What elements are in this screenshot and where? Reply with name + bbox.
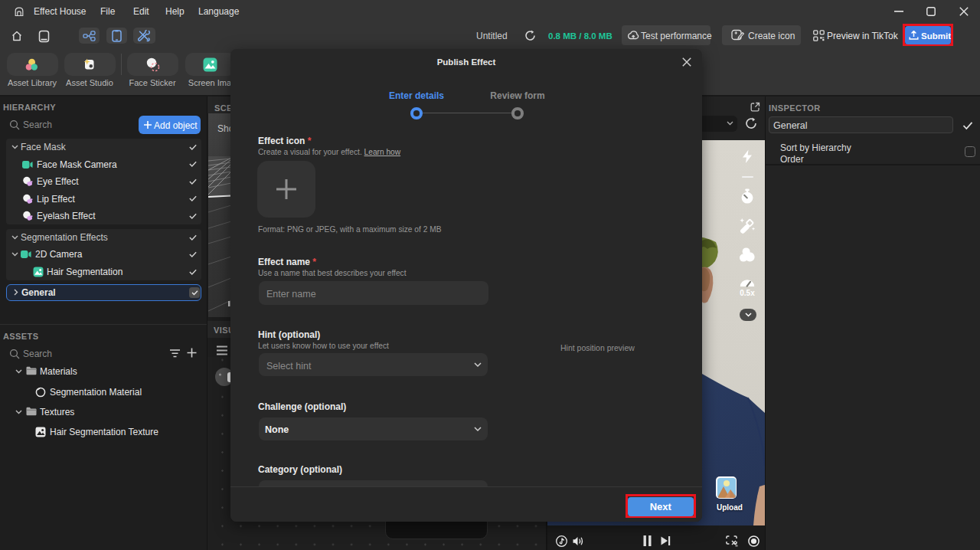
svg-text:0.5x: 0.5x <box>740 289 755 297</box>
